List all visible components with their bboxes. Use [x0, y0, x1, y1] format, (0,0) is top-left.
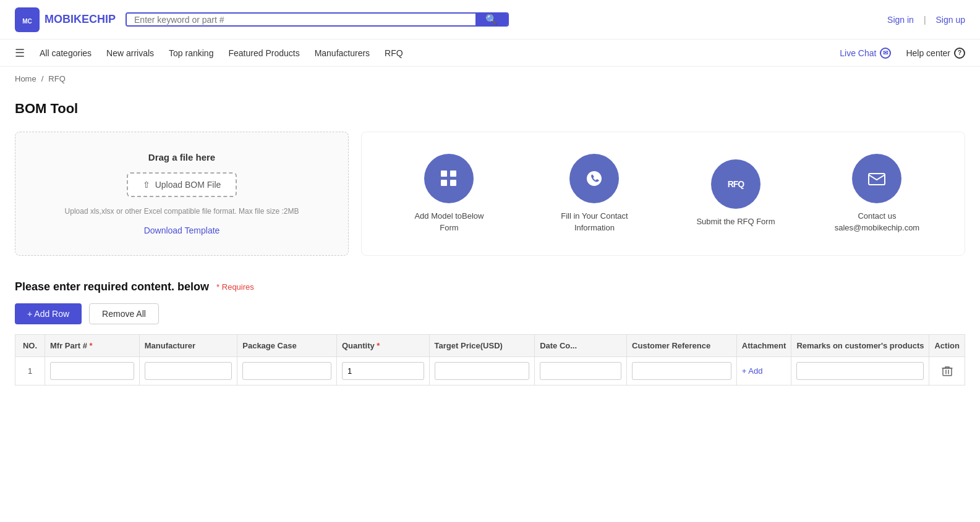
breadcrumb-home[interactable]: Home — [15, 74, 36, 83]
table-row: 1 + Add — [15, 357, 965, 385]
nav-bar: ☰ All categories New arrivals Top rankin… — [0, 40, 980, 67]
download-template-link[interactable]: Download Template — [144, 225, 220, 235]
col-action: Action — [929, 335, 965, 357]
col-mfr-part: Mfr Part # * — [45, 335, 140, 357]
action-buttons: + Add Row Remove All — [15, 303, 965, 324]
action-cell — [929, 357, 965, 385]
main-content: BOM Tool Drag a file here ⇧ Upload BOM F… — [0, 91, 980, 410]
header-right: Sign in | Sign up — [887, 15, 965, 25]
mfr-part-input[interactable] — [50, 362, 134, 380]
nav-right: Live Chat ✉ Help center ? — [840, 48, 965, 59]
col-attachment: Attachment — [736, 335, 791, 357]
rfq-table: NO. Mfr Part # * Manufacturer Package Ca… — [15, 334, 965, 385]
svg-rect-5 — [450, 180, 456, 186]
table-header-row: NO. Mfr Part # * Manufacturer Package Ca… — [15, 335, 965, 357]
target-price-cell — [429, 357, 535, 385]
sign-up-link[interactable]: Sign up — [936, 15, 965, 25]
upload-btn-label: Upload BOM File — [155, 180, 221, 190]
mfr-part-cell — [45, 357, 140, 385]
search-input[interactable] — [127, 14, 475, 25]
upload-info-text: Upload xls,xlsx or other Excel compatibl… — [65, 207, 299, 216]
add-row-button[interactable]: + Add Row — [15, 303, 82, 324]
bom-section: Drag a file here ⇧ Upload BOM File Uploa… — [15, 132, 965, 256]
form-header: Please enter required content. below * R… — [15, 280, 965, 293]
step-4-icon — [852, 154, 901, 203]
col-target-price: Target Price(USD) — [429, 335, 535, 357]
col-customer-reference: Customer Reference — [627, 335, 737, 357]
date-code-cell — [535, 357, 627, 385]
col-package-case: Package Case — [237, 335, 337, 357]
step-1: Add Model toBelow Form — [406, 154, 492, 233]
nav-top-ranking[interactable]: Top ranking — [169, 48, 213, 58]
remove-all-button[interactable]: Remove All — [89, 303, 159, 324]
row-no: 1 — [15, 357, 45, 385]
attachment-add-link[interactable]: + Add — [742, 366, 763, 376]
step-2: Fill in Your Contact Information — [551, 154, 637, 233]
breadcrumb-separator: / — [41, 74, 44, 83]
attachment-cell: + Add — [736, 357, 791, 385]
customer-ref-cell — [627, 357, 737, 385]
svg-text:MC: MC — [22, 18, 32, 25]
nav-rfq[interactable]: RFQ — [385, 48, 403, 58]
nav-featured-products[interactable]: Featured Products — [228, 48, 299, 58]
svg-rect-3 — [450, 170, 456, 177]
svg-rect-4 — [441, 180, 447, 186]
date-code-input[interactable] — [540, 362, 621, 380]
sign-in-link[interactable]: Sign in — [887, 15, 914, 25]
form-section: Please enter required content. below * R… — [15, 280, 965, 385]
live-chat-icon: ✉ — [880, 48, 891, 59]
search-button[interactable]: 🔍 — [475, 14, 508, 25]
live-chat-btn[interactable]: Live Chat ✉ — [840, 48, 891, 59]
breadcrumb-current: RFQ — [48, 74, 65, 83]
nav-links: All categories New arrivals Top ranking … — [40, 48, 403, 58]
upload-cloud-icon: ⇧ — [143, 180, 150, 190]
step-3-label: Submit the RFQ Form — [696, 216, 775, 227]
delete-row-button[interactable] — [934, 366, 960, 377]
upload-card: Drag a file here ⇧ Upload BOM File Uploa… — [15, 132, 349, 256]
hamburger-icon[interactable]: ☰ — [15, 46, 25, 60]
header: MC MOBIKECHIP 🔍 Sign in | Sign up — [0, 0, 980, 40]
logo-icon: MC — [15, 7, 40, 32]
col-quantity: Quantity * — [337, 335, 430, 357]
requires-note: * Requires — [216, 282, 254, 292]
col-manufacturer: Manufacturer — [139, 335, 237, 357]
col-date-code: Date Co... — [535, 335, 627, 357]
package-case-cell — [237, 357, 337, 385]
step-1-label: Add Model toBelow Form — [406, 211, 492, 233]
quantity-input[interactable] — [342, 362, 424, 380]
step-3: RFQ Submit the RFQ Form — [696, 159, 775, 227]
quantity-cell — [337, 357, 430, 385]
live-chat-label: Live Chat — [840, 48, 876, 58]
nav-manufacturers[interactable]: Manufacturers — [315, 48, 370, 58]
step-2-icon — [569, 154, 619, 203]
page-title: BOM Tool — [15, 101, 965, 117]
step-4-label: Contact us sales@mobikechip.com — [833, 211, 920, 233]
help-center-icon: ? — [954, 48, 965, 59]
form-title: Please enter required content. below — [15, 280, 209, 293]
remarks-input[interactable] — [796, 362, 924, 380]
nav-all-categories[interactable]: All categories — [40, 48, 92, 58]
manufacturer-cell — [139, 357, 237, 385]
drag-text: Drag a file here — [148, 152, 215, 162]
logo[interactable]: MC MOBIKECHIP — [15, 7, 116, 32]
svg-rect-6 — [943, 368, 952, 376]
remarks-cell — [791, 357, 929, 385]
breadcrumb: Home / RFQ — [0, 67, 980, 91]
steps-card: Add Model toBelow Form Fill in Your Cont… — [361, 132, 965, 256]
col-remarks: Remarks on customer's products — [791, 335, 929, 357]
svg-rect-2 — [441, 170, 447, 177]
package-case-input[interactable] — [242, 362, 331, 380]
help-center-btn[interactable]: Help center ? — [906, 48, 965, 59]
help-center-label: Help center — [906, 48, 950, 58]
header-divider: | — [924, 15, 926, 25]
logo-text: MOBIKECHIP — [45, 13, 116, 26]
step-4: Contact us sales@mobikechip.com — [833, 154, 920, 233]
customer-ref-input[interactable] — [632, 362, 731, 380]
step-3-icon: RFQ — [711, 159, 761, 209]
step-2-label: Fill in Your Contact Information — [551, 211, 637, 233]
target-price-input[interactable] — [435, 362, 530, 380]
search-bar: 🔍 — [126, 12, 509, 27]
upload-bom-button[interactable]: ⇧ Upload BOM File — [127, 172, 237, 197]
nav-new-arrivals[interactable]: New arrivals — [106, 48, 154, 58]
manufacturer-input[interactable] — [145, 362, 232, 380]
